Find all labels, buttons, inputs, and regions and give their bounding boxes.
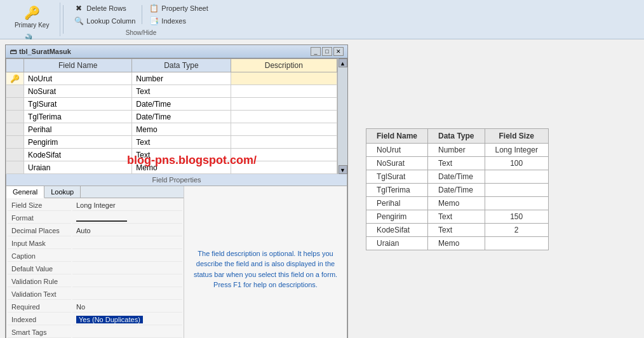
- table-row[interactable]: NoSurat Text: [6, 85, 337, 98]
- description-cell[interactable]: [231, 136, 337, 149]
- data-type-cell[interactable]: Memo: [132, 123, 231, 136]
- table-row[interactable]: TglTerima Date/Time: [6, 111, 337, 123]
- description-cell[interactable]: [231, 72, 337, 85]
- table-design-window: 🗃 tbl_SuratMasuk _ □ ✕ Field: [5, 44, 348, 338]
- tabs-bar: General Lookup: [6, 186, 184, 198]
- prop-label: Input Mask: [8, 238, 71, 249]
- prop-value[interactable]: [72, 276, 182, 287]
- prop-value[interactable]: [72, 263, 182, 274]
- window-titlebar: 🗃 tbl_SuratMasuk _ □ ✕: [6, 45, 347, 58]
- prop-label: Validation Rule: [8, 276, 71, 287]
- ref-fieldsize: Long Integer: [485, 144, 548, 157]
- property-sheet-icon: 📋: [149, 3, 159, 13]
- scroll-up-button[interactable]: ▲: [339, 58, 347, 67]
- scroll-down-button[interactable]: ▼: [339, 165, 347, 174]
- data-type-cell[interactable]: Date/Time: [132, 111, 231, 123]
- field-table: Field Name Data Type Description 🔑 NoUru…: [6, 58, 337, 174]
- data-type-cell[interactable]: Memo: [132, 161, 231, 174]
- ref-fieldname: KodeSifat: [366, 224, 428, 237]
- ref-fieldsize: 2: [485, 224, 548, 237]
- table-row[interactable]: TglSurat Date/Time: [6, 98, 337, 111]
- prop-row-fieldsize: Field Size Long Integer: [8, 199, 182, 211]
- show-hide-actions: 📋 Property Sheet 📑 Indexes: [146, 3, 210, 27]
- description-cell[interactable]: [231, 149, 337, 161]
- indexed-value: Yes (No Duplicates): [76, 316, 143, 323]
- show-hide-group-label: Show/Hide: [71, 28, 210, 36]
- show-hide-top: ✖ Delete Rows 🔍 Lookup Column 📋 Property…: [71, 3, 210, 27]
- table-row[interactable]: Uraian Memo: [6, 161, 337, 174]
- close-button[interactable]: ✕: [333, 47, 344, 56]
- indexes-button[interactable]: 📑 Indexes: [146, 15, 210, 27]
- prop-label: Smart Tags: [8, 327, 71, 338]
- table-row[interactable]: 🔑 NoUrut Number: [6, 72, 337, 85]
- ref-fieldname: Perihal: [366, 197, 428, 210]
- ref-col-datatype: Data Type: [428, 129, 485, 144]
- window-title: 🗃 tbl_SuratMasuk: [10, 48, 71, 55]
- table-row[interactable]: Perihal Memo: [6, 123, 337, 136]
- field-name-cell[interactable]: Perihal: [24, 123, 132, 136]
- prop-value[interactable]: Auto: [72, 225, 182, 236]
- data-type-cell[interactable]: Number: [132, 72, 231, 85]
- ref-col-fieldsize: Field Size: [485, 129, 548, 144]
- restore-button[interactable]: □: [322, 47, 332, 56]
- ref-table-row: TglTerima Date/Time: [366, 184, 549, 197]
- ref-fieldsize: [485, 237, 548, 250]
- description-cell[interactable]: [231, 111, 337, 123]
- data-type-cell[interactable]: Text: [132, 136, 231, 149]
- ref-col-fieldname: Field Name: [366, 129, 428, 144]
- prop-value[interactable]: Yes (No Duplicates): [72, 314, 182, 325]
- help-text: The field description is optional. It he…: [189, 248, 342, 290]
- prop-value[interactable]: Long Integer: [72, 199, 182, 211]
- ref-fieldname: TglSurat: [366, 170, 428, 184]
- description-cell[interactable]: [231, 98, 337, 111]
- row-indicator: [6, 149, 24, 161]
- data-type-cell[interactable]: Text: [132, 85, 231, 98]
- description-cell[interactable]: [231, 123, 337, 136]
- reference-table: Field Name Data Type Field Size NoUrut N…: [366, 128, 549, 250]
- description-cell[interactable]: [231, 85, 337, 98]
- row-indicator: [6, 161, 24, 174]
- prop-value[interactable]: [72, 238, 182, 249]
- col-fieldname-header: Field Name: [24, 59, 132, 72]
- prop-value[interactable]: [72, 212, 182, 224]
- delete-rows-button[interactable]: ✖ Delete Rows: [71, 3, 138, 14]
- prop-value[interactable]: [72, 288, 182, 300]
- prop-value[interactable]: [72, 250, 182, 262]
- window-controls: _ □ ✕: [311, 47, 344, 56]
- ref-datatype: Text: [428, 210, 485, 224]
- pk-indicator: 🔑: [6, 72, 24, 85]
- lookup-column-button[interactable]: 🔍 Lookup Column: [71, 15, 138, 27]
- description-cell[interactable]: [231, 161, 337, 174]
- field-name-cell[interactable]: KodeSifat: [24, 149, 132, 161]
- row-indicator: [6, 111, 24, 123]
- ref-fieldsize: 150: [485, 210, 548, 224]
- prop-label: Validation Text: [8, 288, 71, 300]
- lookup-column-label: Lookup Column: [86, 17, 135, 25]
- prop-value[interactable]: [72, 327, 182, 338]
- minimize-button[interactable]: _: [311, 47, 321, 56]
- data-type-cell[interactable]: Date/Time: [132, 98, 231, 111]
- tab-lookup[interactable]: Lookup: [44, 186, 81, 198]
- field-name-cell[interactable]: Pengirim: [24, 136, 132, 149]
- prop-row-decimal: Decimal Places Auto: [8, 225, 182, 236]
- prop-value[interactable]: No: [72, 301, 182, 313]
- field-name-cell[interactable]: Uraian: [24, 161, 132, 174]
- tab-general[interactable]: General: [6, 186, 44, 198]
- row-indicator: [6, 136, 24, 149]
- field-name-cell[interactable]: NoUrut: [24, 72, 132, 85]
- ref-datatype: Text: [428, 157, 485, 170]
- lookup-column-icon: 🔍: [74, 16, 84, 26]
- field-properties-left: General Lookup Field Size Long Integer F…: [6, 186, 184, 338]
- table-area: Field Name Data Type Description 🔑 NoUru…: [6, 58, 347, 174]
- field-name-cell[interactable]: TglSurat: [24, 98, 132, 111]
- field-name-cell[interactable]: NoSurat: [24, 85, 132, 98]
- primary-key-button[interactable]: 🔑 Primary Key: [12, 3, 51, 30]
- ref-table-row: Perihal Memo: [366, 197, 549, 210]
- table-row[interactable]: Pengirim Text: [6, 136, 337, 149]
- field-name-cell[interactable]: TglTerima: [24, 111, 132, 123]
- property-sheet-button[interactable]: 📋 Property Sheet: [146, 3, 210, 14]
- ref-datatype: Number: [428, 144, 485, 157]
- table-row[interactable]: KodeSifat Text: [6, 149, 337, 161]
- data-type-cell[interactable]: Text: [132, 149, 231, 161]
- vertical-scrollbar[interactable]: ▲ ▼: [337, 58, 347, 174]
